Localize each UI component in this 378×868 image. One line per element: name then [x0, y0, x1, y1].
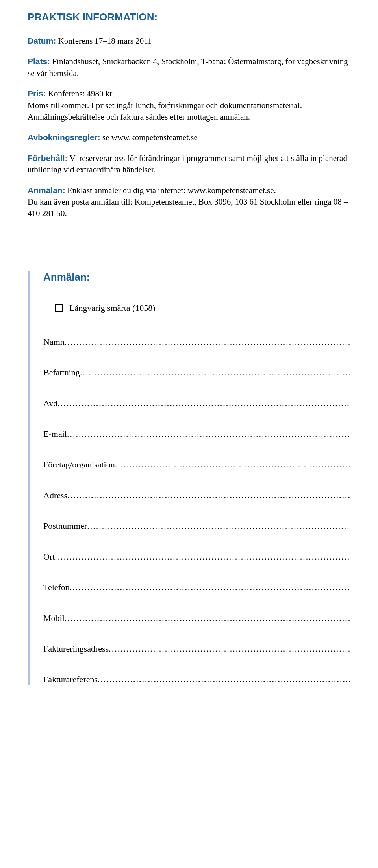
- adress-label: Adress: [43, 490, 67, 500]
- practical-info-heading: PRAKTISK INFORMATION:: [28, 11, 350, 23]
- avbokning-text: se www.kompetensteamet.se: [100, 133, 198, 142]
- anmalan-info-text-2: Du kan även posta anmälan till: Kompeten…: [28, 197, 348, 218]
- registration-form: Anmälan: Långvarig smärta (1058) Namn Be…: [28, 271, 350, 685]
- plats-text: Finlandshuset, Snickarbacken 4, Stockhol…: [28, 57, 348, 78]
- datum-text: Konferens 17–18 mars 2011: [56, 36, 152, 46]
- document-page: PRAKTISK INFORMATION: Datum: Konferens 1…: [0, 0, 378, 721]
- namn-label: Namn: [43, 337, 65, 347]
- form-heading: Anmälan:: [43, 271, 350, 283]
- email-field[interactable]: E-mail: [43, 429, 350, 439]
- telefon-label: Telefon: [43, 582, 70, 592]
- plats-label: Plats:: [28, 57, 50, 66]
- course-option-label: Långvarig smärta (1058): [69, 303, 156, 313]
- avd-field[interactable]: Avd: [43, 398, 350, 408]
- anmalan-info-text-1: Enklast anmäler du dig via internet: www…: [65, 186, 276, 195]
- ort-label: Ort: [43, 552, 55, 561]
- section-divider: [28, 247, 350, 247]
- ort-field[interactable]: Ort: [43, 552, 350, 562]
- avd-label: Avd: [43, 398, 57, 408]
- foretag-field[interactable]: Företag/organisation: [43, 460, 350, 470]
- fakturareferens-label: Fakturareferens: [43, 674, 98, 684]
- mobil-field[interactable]: Mobil: [43, 613, 350, 623]
- avbokning-block: Avbokningsregler: se www.kompetensteamet…: [28, 131, 350, 143]
- befattning-label: Befattning: [43, 368, 80, 377]
- postnummer-field[interactable]: Postnummer: [43, 521, 350, 531]
- plats-block: Plats: Finlandshuset, Snickarbacken 4, S…: [28, 55, 350, 79]
- pris-text-1: Konferens: 4980 kr: [46, 89, 113, 98]
- namn-field[interactable]: Namn: [43, 337, 350, 347]
- fakturaadress-label: Faktureringsadress: [43, 644, 109, 654]
- anmalan-info-block: Anmälan: Enklast anmäler du dig via inte…: [28, 185, 350, 220]
- postnummer-label: Postnummer: [43, 521, 87, 531]
- telefon-field[interactable]: Telefon: [43, 582, 350, 593]
- pris-label: Pris:: [28, 89, 46, 98]
- forbehall-text: Vi reserverar oss för förändringar i pro…: [28, 153, 347, 174]
- pris-block: Pris: Konferens: 4980 kr Moms tillkommer…: [28, 88, 350, 123]
- adress-field[interactable]: Adress: [43, 490, 350, 500]
- checkbox-icon[interactable]: [55, 304, 63, 312]
- fakturaadress-field[interactable]: Faktureringsadress: [43, 644, 350, 654]
- mobil-label: Mobil: [43, 613, 65, 623]
- datum-label: Datum:: [28, 36, 56, 45]
- email-label: E-mail: [43, 429, 67, 439]
- foretag-label: Företag/organisation: [43, 460, 115, 469]
- course-option-row[interactable]: Långvarig smärta (1058): [43, 303, 350, 313]
- datum-block: Datum: Konferens 17–18 mars 2011: [28, 35, 350, 47]
- fakturareferens-field[interactable]: Fakturareferens: [43, 674, 350, 685]
- anmalan-info-label: Anmälan:: [28, 186, 65, 195]
- forbehall-label: Förbehåll:: [28, 153, 68, 163]
- avbokning-label: Avbokningsregler:: [28, 133, 100, 142]
- befattning-field[interactable]: Befattning: [43, 368, 350, 378]
- forbehall-block: Förbehåll: Vi reserverar oss för förändr…: [28, 152, 350, 176]
- pris-text-2: Moms tillkommer. I priset ingår lunch, f…: [28, 101, 302, 122]
